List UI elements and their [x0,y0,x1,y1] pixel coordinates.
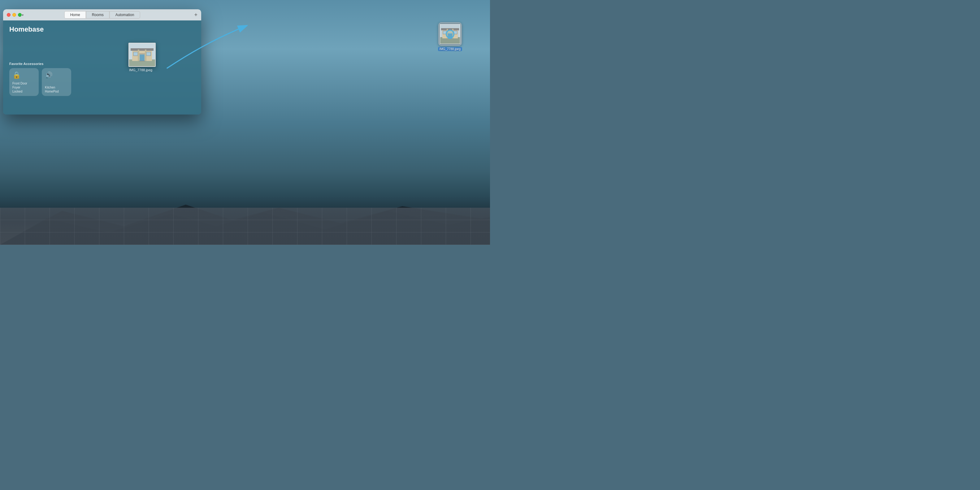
close-button[interactable] [7,13,11,17]
magnifier-circle [446,30,454,38]
svg-rect-6 [140,54,145,61]
file-icon-image [440,24,460,44]
titlebar-tabs: Home Rooms Automation [64,11,140,19]
accessories-grid: 🔒 Front Door Foyer Locked 🔊 Kitchen Home… [9,68,195,96]
window-content: Homebase Favorite Accessories 🔒 Front Do… [3,21,201,115]
tab-automation[interactable]: Automation [110,11,140,19]
svg-rect-10 [138,49,139,61]
add-button[interactable]: + [194,12,197,18]
file-icon-label: IMG_7788.jpeg [438,47,462,51]
svg-rect-11 [145,49,146,61]
house-symbol: ⌂ [19,13,21,18]
window-titlebar: ⌂ ▾ Home Rooms Automation + [3,9,201,21]
drag-thumbnail-image [129,43,155,66]
svg-rect-9 [146,52,151,56]
accessory-label-homepod: Kitchen HomePod [45,86,59,94]
page-title: Homebase [9,25,195,33]
accessory-label-lock: Front Door Foyer Locked [13,81,27,94]
main-area [9,37,195,62]
homekit-window: ⌂ ▾ Home Rooms Automation + Homebase Fav… [3,9,201,115]
chevron-down-icon: ▾ [22,13,24,17]
tab-rooms[interactable]: Rooms [86,11,110,19]
accessory-tile-lock[interactable]: 🔒 Front Door Foyer Locked [9,68,39,96]
minimize-button[interactable] [13,13,16,17]
drag-filename: IMG_7788.jpeg [129,68,152,72]
accessory-tile-homepod[interactable]: 🔊 Kitchen HomePod [42,68,71,96]
desktop-file-icon[interactable]: IMG_7788.jpeg [438,22,462,51]
pavement-texture [0,208,490,245]
section-label: Favorite Accessories [9,62,195,65]
file-icon-inner [440,24,460,44]
svg-rect-8 [134,52,138,56]
house-image-svg [129,43,155,66]
svg-rect-5 [130,48,154,51]
speaker-icon: 🔊 [45,71,52,79]
home-icon[interactable]: ⌂ ▾ [19,13,24,18]
file-icon-frame [438,22,462,46]
tab-home[interactable]: Home [64,11,86,19]
dragging-image-thumbnail: IMG_7788.jpeg [129,43,156,72]
lock-icon: 🔒 [13,71,21,79]
drag-thumbnail-frame [129,43,156,67]
